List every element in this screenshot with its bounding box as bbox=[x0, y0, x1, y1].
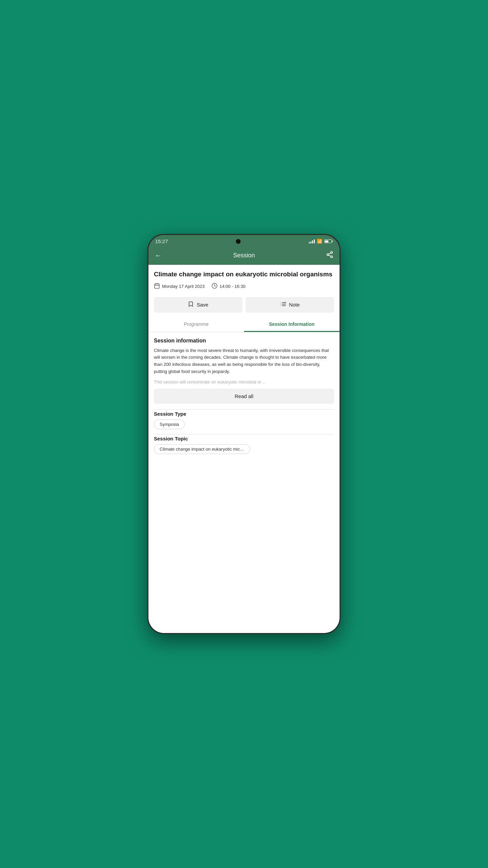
read-all-button[interactable]: Read all bbox=[154, 389, 334, 404]
session-topic-badge: Climate change impact on eukaryotic mic… bbox=[154, 444, 250, 454]
session-time: 14:00 - 16:30 bbox=[220, 284, 246, 289]
session-date: Monday 17 April 2023 bbox=[162, 284, 205, 289]
tab-programme[interactable]: Programme bbox=[148, 317, 244, 332]
session-type-section: Session Type Symposia bbox=[148, 410, 340, 434]
app-header: ← Session bbox=[148, 247, 340, 265]
session-info-body-fade: This session will concentrate on eukaryo… bbox=[148, 379, 340, 386]
session-time-item: 14:00 - 16:30 bbox=[211, 283, 246, 290]
svg-line-4 bbox=[329, 253, 331, 254]
header-title: Session bbox=[233, 252, 255, 259]
signal-icon bbox=[309, 239, 315, 243]
session-type-label: Session Type bbox=[154, 411, 334, 417]
session-meta: Monday 17 April 2023 14:00 - 16:30 bbox=[154, 283, 334, 290]
session-title: Climate change impact on eukaryotic micr… bbox=[154, 270, 334, 279]
camera-notch bbox=[236, 239, 241, 244]
volume-down-button bbox=[340, 316, 341, 333]
wifi-icon: 📶 bbox=[317, 239, 322, 244]
session-topic-section: Session Topic Climate change impact on e… bbox=[148, 434, 340, 459]
session-info-section: Session information Climate change is th… bbox=[148, 332, 340, 379]
svg-line-3 bbox=[329, 255, 331, 256]
session-date-item: Monday 17 April 2023 bbox=[154, 283, 205, 290]
session-type-badge: Symposia bbox=[154, 419, 185, 429]
tabs-bar: Programme Session Information bbox=[148, 317, 340, 332]
power-button bbox=[147, 303, 148, 327]
save-label: Save bbox=[197, 302, 208, 308]
svg-rect-5 bbox=[155, 284, 159, 289]
back-button[interactable]: ← bbox=[155, 251, 162, 260]
tab-session-information[interactable]: Session Information bbox=[244, 317, 340, 332]
status-bar: 15:27 📶 bbox=[148, 235, 340, 247]
phone-frame: 15:27 📶 ← Sessio bbox=[147, 234, 341, 634]
session-title-section: Climate change impact on eukaryotic micr… bbox=[148, 265, 340, 294]
share-button[interactable] bbox=[326, 251, 333, 260]
content-area: Climate change impact on eukaryotic micr… bbox=[148, 265, 340, 633]
status-time: 15:27 bbox=[155, 238, 168, 244]
session-topic-label: Session Topic bbox=[154, 436, 334, 441]
battery-icon bbox=[324, 239, 333, 243]
clock-icon bbox=[211, 283, 218, 290]
action-buttons: Save Note bbox=[148, 294, 340, 317]
save-button[interactable]: Save bbox=[154, 297, 242, 313]
note-button[interactable]: Note bbox=[246, 297, 334, 313]
bookmark-icon bbox=[188, 301, 194, 309]
session-info-heading: Session information bbox=[154, 338, 334, 344]
session-info-body: Climate change is the most severe threat… bbox=[154, 347, 334, 375]
note-label: Note bbox=[289, 302, 300, 308]
note-icon bbox=[280, 301, 286, 309]
svg-line-16 bbox=[285, 302, 286, 303]
calendar-icon bbox=[154, 283, 160, 290]
status-icons: 📶 bbox=[309, 239, 333, 244]
volume-up-button bbox=[340, 296, 341, 313]
